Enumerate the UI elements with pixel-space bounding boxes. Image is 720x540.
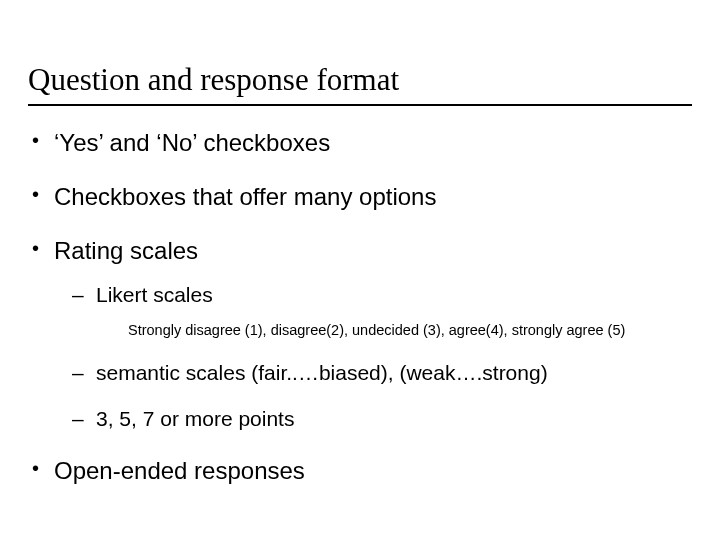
bullet-text: Open-ended responses — [54, 457, 305, 484]
bullet-text: semantic scales (fair..…biased), (weak….… — [96, 361, 548, 384]
detail-text: Strongly disagree (1), disagree(2), unde… — [128, 322, 692, 339]
bullet-text: ‘Yes’ and ‘No’ checkboxes — [54, 129, 330, 156]
list-item: Open-ended responses — [54, 456, 692, 486]
list-item: semantic scales (fair..…biased), (weak….… — [96, 360, 692, 386]
list-item: 3, 5, 7 or more points — [96, 406, 692, 432]
list-item: Likert scales Strongly disagree (1), dis… — [96, 282, 692, 340]
list-item: Checkboxes that offer many options — [54, 182, 692, 212]
bullet-text: 3, 5, 7 or more points — [96, 407, 294, 430]
bullet-text: Rating scales — [54, 237, 198, 264]
sub-list: Likert scales Strongly disagree (1), dis… — [54, 282, 692, 432]
bullet-text: Checkboxes that offer many options — [54, 183, 436, 210]
slide-title: Question and response format — [0, 0, 720, 104]
bullet-text: Likert scales — [96, 283, 213, 306]
list-item: Rating scales Likert scales Strongly dis… — [54, 236, 692, 432]
bullet-list: ‘Yes’ and ‘No’ checkboxes Checkboxes tha… — [28, 128, 692, 486]
list-item: ‘Yes’ and ‘No’ checkboxes — [54, 128, 692, 158]
slide: Question and response format ‘Yes’ and ‘… — [0, 0, 720, 540]
slide-body: ‘Yes’ and ‘No’ checkboxes Checkboxes tha… — [0, 106, 720, 486]
